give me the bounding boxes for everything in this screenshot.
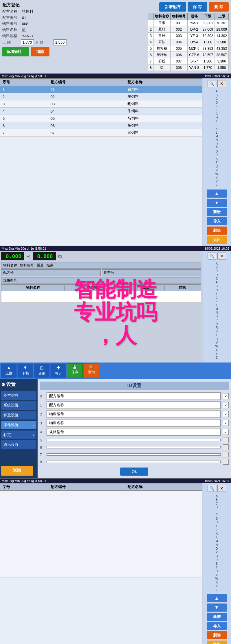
alpha-letter[interactable]: Q [215, 322, 218, 326]
alpha-letter[interactable]: V [215, 168, 218, 172]
id-checkbox[interactable] [223, 459, 229, 465]
sec3-close-icon[interactable]: ✕ [217, 253, 226, 260]
alpha-letter[interactable]: P [215, 551, 218, 554]
alpha-letter[interactable]: Q [215, 150, 218, 153]
sec5-scroll-down-button[interactable]: ▼ [207, 603, 227, 612]
alpha-letter[interactable]: X [215, 176, 218, 180]
alpha-letter[interactable]: A [215, 494, 218, 498]
ingredient-row[interactable]: 2 豆粕 002 DP-2 27.009 29.009 [148, 26, 228, 33]
alpha-letter[interactable]: C [215, 97, 218, 101]
alpha-letter[interactable]: O [215, 547, 218, 551]
alpha-letter[interactable]: T [215, 566, 218, 569]
alpha-letter[interactable]: L [215, 303, 218, 307]
ingredient-row[interactable]: 6 菜籽粕 006 CZP-6 18.507 38.507 [148, 52, 228, 58]
alpha-letter[interactable]: B [215, 498, 218, 502]
sec5-search-icon[interactable]: 🔍 [208, 485, 216, 492]
settings-weight[interactable]: 称重设置 [1, 411, 36, 419]
alpha-letter[interactable]: E [215, 509, 218, 513]
id-input-field[interactable]: 物料名称 [47, 419, 221, 427]
ingredient-row[interactable]: 8 盐 008 YAN-8 1.770 1.550 [148, 65, 228, 71]
back-button[interactable]: 返回 [207, 236, 227, 244]
close-icon[interactable]: ✕ [217, 80, 226, 87]
alpha-letter[interactable]: C [215, 502, 218, 505]
settings-comm[interactable]: 通讯设置 [1, 440, 36, 449]
id-checkbox[interactable]: ✓ [223, 429, 229, 435]
alpha-letter[interactable]: F [215, 513, 218, 517]
ok-button[interactable]: Ok [120, 468, 149, 476]
sec3-search-icon[interactable]: 🔍 [208, 253, 216, 260]
alpha-letter[interactable]: F [215, 281, 218, 284]
alpha-letter[interactable]: X [215, 348, 218, 352]
id-checkbox[interactable]: ✓ [223, 411, 229, 417]
alpha-letter[interactable]: E [215, 277, 218, 281]
alpha-letter[interactable]: W [215, 577, 218, 581]
alpha-letter[interactable]: N [215, 311, 218, 314]
id-checkbox[interactable] [223, 437, 229, 443]
alpha-letter[interactable]: Y [215, 584, 218, 588]
formula-list-row[interactable]: 3 03 狗饲料 [0, 100, 202, 108]
alpha-letter[interactable]: Z [215, 588, 218, 592]
alpha-letter[interactable]: I [215, 292, 218, 296]
settings-basic-info[interactable]: 基本信息 [1, 391, 36, 400]
alpha-letter[interactable]: D [215, 101, 218, 104]
id-checkbox[interactable]: ✓ [223, 420, 229, 426]
alpha-letter[interactable]: C [215, 269, 218, 273]
alpha-letter[interactable]: T [215, 333, 218, 337]
alpha-letter[interactable]: Y [215, 352, 218, 356]
sec5-close-icon[interactable]: ✕ [217, 485, 226, 492]
save-toolbar-button[interactable]: 💾 保存 [67, 363, 83, 378]
settings-calibrate[interactable]: 标定 › [1, 430, 36, 439]
delete-button-2[interactable]: 删除 [207, 227, 227, 235]
id-input-field[interactable] [47, 461, 221, 463]
alpha-letter[interactable]: G [215, 517, 218, 520]
add-material-button[interactable]: 新增物料→ [2, 47, 29, 56]
alpha-letter[interactable]: B [215, 93, 218, 97]
alpha-letter[interactable]: T [215, 161, 218, 165]
add-person-button[interactable]: ✚ 补人 [50, 363, 66, 378]
settings-back-button[interactable]: 返回 [1, 466, 33, 476]
alpha-letter[interactable]: D [215, 505, 218, 509]
sec5-back-button[interactable]: 返回 [207, 641, 227, 644]
alpha-letter[interactable]: M [215, 539, 218, 543]
alpha-letter[interactable]: S [215, 562, 218, 566]
alpha-letter[interactable]: K [215, 299, 218, 303]
new-batch-button[interactable]: ⊞ 新批 [34, 363, 50, 378]
scroll-next-button[interactable]: ▼ 下翻 [17, 363, 33, 378]
alpha-letter[interactable]: S [215, 157, 218, 161]
alpha-letter[interactable]: H [215, 288, 218, 292]
alpha-letter[interactable]: S [215, 330, 218, 333]
scroll-down-button[interactable]: ▼ [207, 199, 227, 207]
alpha-letter[interactable]: E [215, 104, 218, 108]
alpha-letter[interactable]: U [215, 569, 218, 573]
formula-list-row[interactable]: 5 05 马饲料 [0, 115, 202, 122]
alpha-letter[interactable]: P [215, 318, 218, 322]
alpha-letter[interactable]: G [215, 284, 218, 288]
alpha-letter[interactable]: J [215, 528, 218, 532]
formula-list-row[interactable]: 6 06 兔饲料 [0, 122, 202, 129]
id-input-field[interactable]: 物料编号 [47, 410, 221, 418]
id-checkbox[interactable]: ✓ [223, 402, 229, 408]
settings-system[interactable]: 系统设置 [1, 401, 36, 410]
id-input-field[interactable] [47, 439, 221, 441]
alpha-letter[interactable]: U [215, 337, 218, 341]
alpha-letter[interactable]: N [215, 543, 218, 547]
alpha-letter[interactable]: N [215, 138, 218, 142]
alpha-letter[interactable]: K [215, 532, 218, 536]
alpha-letter[interactable]: L [215, 131, 218, 135]
alpha-letter[interactable]: W [215, 345, 218, 348]
ingredient-row[interactable]: 7 石粉 007 SF-7 1.306 3.306 [148, 58, 228, 65]
scroll-prev-button[interactable]: ▲ 上翻 [1, 363, 17, 378]
alpha-letter[interactable]: D [215, 273, 218, 277]
delete-button[interactable]: 删 除 [209, 2, 229, 12]
formula-list-row[interactable]: 1 01 猪饲料 [0, 86, 202, 93]
add-formula-button[interactable]: 新增配方 [159, 2, 186, 12]
alpha-letter[interactable]: B [215, 266, 218, 269]
alpha-letter[interactable]: R [215, 326, 218, 330]
sec5-scroll-up-button[interactable]: ▲ [207, 594, 227, 602]
alpha-letter[interactable]: H [215, 520, 218, 524]
alpha-letter[interactable]: I [215, 119, 218, 123]
alpha-letter[interactable]: Q [215, 554, 218, 558]
search-icon[interactable]: 🔍 [208, 80, 216, 87]
alpha-letter[interactable]: J [215, 296, 218, 299]
sec5-import-button[interactable]: 导入 [207, 622, 227, 630]
